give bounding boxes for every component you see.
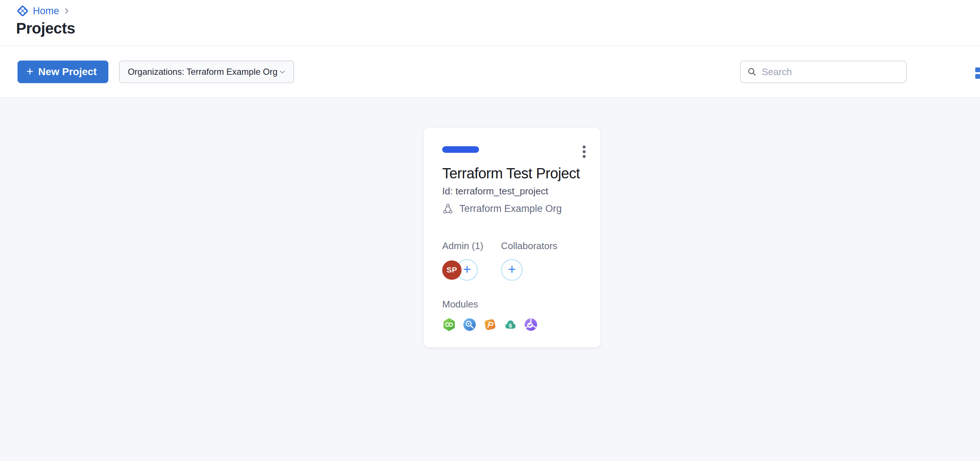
view-toggle-button[interactable] <box>975 67 980 79</box>
toolbar: + New Project Organizations: Terraform E… <box>0 46 980 98</box>
new-project-button-label: New Project <box>38 66 97 78</box>
collaborators-label: Collaborators <box>501 240 557 251</box>
admin-column: Admin (1) SP + <box>442 240 501 281</box>
project-organization-row: Terraform Example Org <box>442 202 582 215</box>
chevron-down-icon <box>278 67 287 76</box>
projects-grid: Terraform Test Project Id: terraform_tes… <box>0 98 980 461</box>
project-title: Terraform Test Project <box>442 164 582 182</box>
new-project-button[interactable]: + New Project <box>18 60 108 83</box>
breadcrumb-home-link[interactable]: Home <box>33 5 59 17</box>
project-roles: Admin (1) SP + Collaborators + <box>442 240 582 281</box>
module-icon-observability[interactable] <box>463 318 477 332</box>
admin-label: Admin (1) <box>442 240 501 251</box>
breadcrumb: Home <box>16 5 980 17</box>
organization-filter-dropdown[interactable]: Organizations: Terraform Example Org <box>119 60 294 83</box>
modules-label: Modules <box>442 299 582 310</box>
module-icon-billing[interactable]: $ <box>503 318 517 332</box>
svg-text:$: $ <box>509 323 512 329</box>
page-title: Projects <box>16 20 980 37</box>
module-icons-row: $ <box>442 318 582 332</box>
add-collaborator-button[interactable]: + <box>501 259 523 281</box>
search-box <box>740 60 907 83</box>
project-color-pill <box>442 146 479 153</box>
module-icon-governance[interactable] <box>524 318 538 332</box>
search-input[interactable] <box>762 67 899 78</box>
plus-icon: + <box>26 65 33 77</box>
project-card[interactable]: Terraform Test Project Id: terraform_tes… <box>424 128 600 347</box>
breadcrumb-chevron-icon <box>64 8 70 14</box>
search-icon <box>747 67 757 76</box>
admin-avatar[interactable]: SP <box>442 261 461 280</box>
module-icon-feature-flags[interactable] <box>483 318 497 332</box>
app-logo-icon <box>16 5 29 17</box>
organization-filter-label: Organizations: Terraform Example Org <box>128 67 277 77</box>
project-id: Id: terraform_test_project <box>442 186 582 197</box>
page-header: Home Projects <box>0 0 980 46</box>
organization-icon <box>442 203 453 215</box>
organization-name: Terraform Example Org <box>459 203 562 215</box>
project-menu-button[interactable] <box>581 144 587 159</box>
module-icon-integrations[interactable] <box>442 318 456 332</box>
collaborators-column: Collaborators + <box>501 240 557 281</box>
